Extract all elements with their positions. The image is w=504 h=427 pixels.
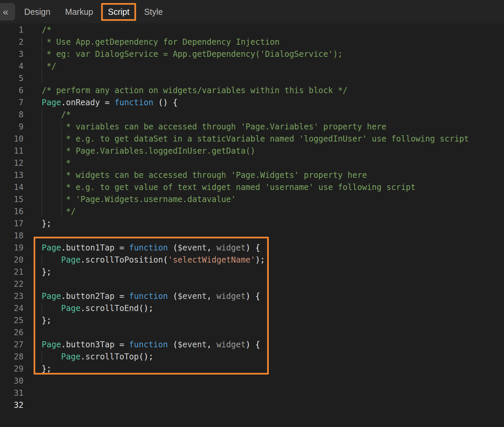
- code-line[interactable]: 31: [0, 387, 504, 399]
- script-editor[interactable]: 1/*2 * Use App.getDependency for Depende…: [0, 24, 504, 427]
- line-number: 29: [0, 363, 24, 375]
- line-number: 11: [0, 145, 24, 157]
- line-number: 17: [0, 218, 24, 230]
- code-text: /* perform any action on widgets/variabl…: [42, 84, 347, 96]
- code-text: * e.g. to get dataSet in a staticVariabl…: [42, 133, 469, 145]
- code-line[interactable]: 10 * e.g. to get dataSet in a staticVari…: [0, 133, 504, 145]
- code-text: * Page.Variables.loggedInUser.getData(): [42, 145, 255, 157]
- code-text: */: [42, 60, 56, 72]
- line-number: 16: [0, 205, 24, 218]
- code-text: };: [42, 266, 51, 278]
- code-line[interactable]: 12 *: [0, 157, 504, 169]
- code-text: * variables can be accessed through 'Pag…: [42, 121, 386, 133]
- code-text: * 'Page.Widgets.username.datavalue': [42, 193, 236, 205]
- code-text: Page.scrollToEnd();: [42, 302, 153, 314]
- line-number: 20: [0, 254, 24, 266]
- tab-style[interactable]: Style: [144, 7, 163, 17]
- code-line[interactable]: 6/* perform any action on widgets/variab…: [0, 84, 504, 96]
- code-text: */: [42, 205, 76, 218]
- code-text: Page.button3Tap = function ($event, widg…: [42, 339, 260, 351]
- code-text: Page.button1Tap = function ($event, widg…: [42, 242, 260, 254]
- collapse-panel-button[interactable]: «: [0, 3, 15, 21]
- tab-script[interactable]: Script: [101, 3, 136, 21]
- code-line[interactable]: 28 Page.scrollToTop();: [0, 351, 504, 363]
- line-number: 31: [0, 387, 24, 399]
- line-number: 28: [0, 351, 24, 363]
- code-line[interactable]: 2 * Use App.getDependency for Dependency…: [0, 36, 504, 48]
- tab-bar: « DesignMarkupScriptStyle: [0, 0, 504, 24]
- code-text: * Use App.getDependency for Dependency I…: [42, 36, 280, 48]
- code-text: Page.onReady = function () {: [42, 96, 178, 109]
- code-line[interactable]: 21};: [0, 266, 504, 278]
- line-number: 21: [0, 266, 24, 278]
- code-line[interactable]: 17};: [0, 218, 504, 230]
- line-number: 10: [0, 133, 24, 145]
- code-line[interactable]: 8 /*: [0, 109, 504, 121]
- line-number: 13: [0, 169, 24, 181]
- code-text: *: [42, 157, 71, 169]
- code-text: * eg: var DialogService = App.getDepende…: [42, 48, 343, 60]
- line-number: 25: [0, 314, 24, 326]
- code-line[interactable]: 11 * Page.Variables.loggedInUser.getData…: [0, 145, 504, 157]
- code-text: /*: [42, 109, 71, 121]
- line-number: 8: [0, 109, 24, 121]
- tab-markup[interactable]: Markup: [65, 7, 93, 17]
- code-text: * widgets can be accessed through 'Page.…: [42, 169, 367, 181]
- code-text: Page.scrollToPosition('selectWidgetName'…: [42, 254, 265, 266]
- code-line[interactable]: 29};: [0, 363, 504, 375]
- code-line[interactable]: 19Page.button1Tap = function ($event, wi…: [0, 242, 504, 254]
- code-line[interactable]: 27Page.button3Tap = function ($event, wi…: [0, 339, 504, 351]
- line-number: 26: [0, 326, 24, 339]
- line-number: 18: [0, 230, 24, 242]
- code-line[interactable]: 32: [0, 399, 504, 411]
- code-line[interactable]: 16 */: [0, 205, 504, 218]
- code-line[interactable]: 24 Page.scrollToEnd();: [0, 302, 504, 314]
- code-line[interactable]: 15 * 'Page.Widgets.username.datavalue': [0, 193, 504, 205]
- code-line[interactable]: 9 * variables can be accessed through 'P…: [0, 121, 504, 133]
- code-line[interactable]: 14 * e.g. to get value of text widget na…: [0, 181, 504, 193]
- code-line[interactable]: 25};: [0, 314, 504, 326]
- line-number: 23: [0, 290, 24, 302]
- code-line[interactable]: 5: [0, 72, 504, 84]
- code-text: * e.g. to get value of text widget named…: [42, 181, 416, 193]
- tab-design[interactable]: Design: [24, 7, 50, 17]
- line-number: 4: [0, 60, 24, 72]
- line-number: 22: [0, 278, 24, 290]
- line-number: 30: [0, 375, 24, 387]
- tab-list: DesignMarkupScriptStyle: [24, 3, 178, 21]
- code-text: };: [42, 363, 51, 375]
- line-number: 2: [0, 36, 24, 48]
- code-line[interactable]: 1/*: [0, 24, 504, 36]
- code-line[interactable]: 30: [0, 375, 504, 387]
- line-number: 1: [0, 24, 24, 36]
- code-line[interactable]: 18: [0, 230, 504, 242]
- code-line[interactable]: 26: [0, 326, 504, 339]
- code-line[interactable]: 13 * widgets can be accessed through 'Pa…: [0, 169, 504, 181]
- line-number: 15: [0, 193, 24, 205]
- line-number: 9: [0, 121, 24, 133]
- code-area: 1/*2 * Use App.getDependency for Depende…: [0, 24, 504, 411]
- chevron-double-left-icon: «: [3, 6, 8, 17]
- code-line[interactable]: 20 Page.scrollToPosition('selectWidgetNa…: [0, 254, 504, 266]
- code-text: };: [42, 314, 51, 326]
- code-line[interactable]: 7Page.onReady = function () {: [0, 96, 504, 109]
- line-number: 6: [0, 84, 24, 96]
- code-line[interactable]: 4 */: [0, 60, 504, 72]
- code-text: Page.button2Tap = function ($event, widg…: [42, 290, 260, 302]
- line-number: 27: [0, 339, 24, 351]
- code-line[interactable]: 3 * eg: var DialogService = App.getDepen…: [0, 48, 504, 60]
- line-number: 7: [0, 96, 24, 109]
- line-number: 32: [0, 399, 24, 411]
- line-number: 14: [0, 181, 24, 193]
- code-text: Page.scrollToTop();: [42, 351, 153, 363]
- line-number: 3: [0, 48, 24, 60]
- indent-guide: [42, 72, 42, 84]
- code-line[interactable]: 22: [0, 278, 504, 290]
- line-number: 12: [0, 157, 24, 169]
- code-line[interactable]: 23Page.button2Tap = function ($event, wi…: [0, 290, 504, 302]
- code-text: /*: [42, 24, 51, 36]
- line-number: 5: [0, 72, 24, 84]
- line-number: 24: [0, 302, 24, 314]
- code-text: };: [42, 218, 51, 230]
- line-number: 19: [0, 242, 24, 254]
